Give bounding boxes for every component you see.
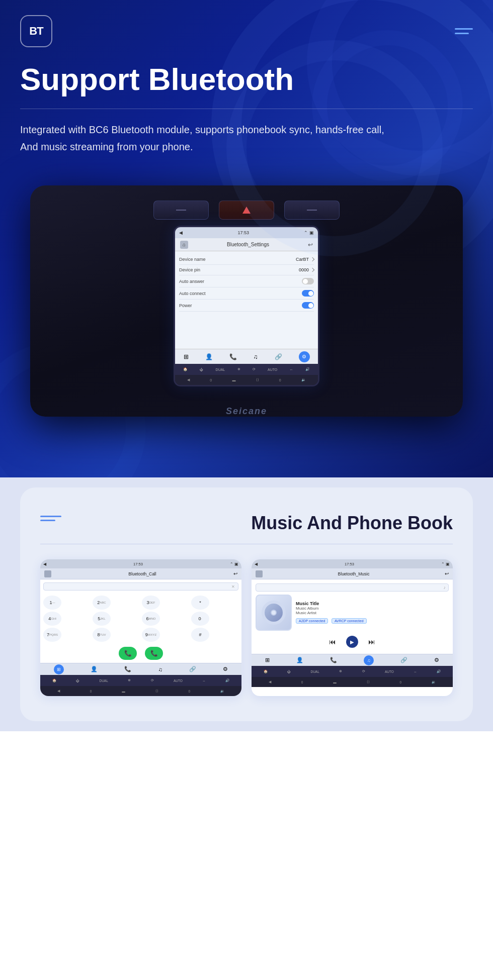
ac-sync[interactable]: ↔ [290,368,293,371]
ac-vol[interactable]: 🔊 [305,367,310,371]
nav-person-icon[interactable]: 👤 [205,353,213,360]
nav-phone-icon[interactable]: 📞 [229,353,237,360]
key-8[interactable]: 8TUV [93,628,111,642]
device-name-val[interactable]: CarBT [296,257,314,262]
key-hash[interactable]: # [191,628,209,642]
next-button[interactable]: ⏭ [368,638,375,646]
key-7[interactable]: 7PQRS [43,628,61,642]
music-nav-settings[interactable]: ⚙ [434,657,439,663]
music-nav-person[interactable]: 👤 [296,657,303,663]
c-back[interactable]: ◀ [57,689,60,693]
key-6[interactable]: 6MNO [142,612,160,626]
call-nav-phone[interactable]: 📞 [124,666,131,672]
power-label: Power [179,303,192,308]
m-home[interactable]: 🏠 [264,669,268,673]
c-slider[interactable]: ▬ [122,690,125,693]
music-search-bar[interactable]: ♪ [256,583,449,592]
music-title: Music Title [296,601,449,606]
nav-link-icon[interactable]: 🔗 [275,353,282,360]
play-button[interactable]: ▶ [346,636,358,648]
call-nav-settings[interactable]: ⚙ [223,666,228,672]
nav-back[interactable]: ↩ [308,241,313,248]
m-back[interactable]: ◀ [269,680,271,684]
dash-icon [176,210,186,211]
auto-connect-toggle[interactable] [302,290,314,297]
section-menu-icon[interactable] [40,516,61,521]
music-nav-link[interactable]: 🔗 [400,657,407,663]
music-back-icon[interactable]: ↩ [445,571,449,576]
ac-back[interactable]: ◀ [187,378,190,382]
bt-logo: BT [20,15,52,47]
c-vol2[interactable]: 🔉 [220,689,224,693]
ac-mode[interactable]: ⟳ [253,367,256,371]
power-toggle[interactable] [302,302,314,309]
call-home-icon[interactable] [44,570,51,577]
call-nav-grid-active[interactable]: ⊞ [54,664,64,674]
music-nav-phone[interactable]: 📞 [330,657,337,663]
music-time: 17:53 [345,562,354,566]
auto-answer-toggle[interactable] [302,278,314,284]
music-info: Music Title Music Album Music Artist A2D… [296,601,449,624]
nav-grid-icon[interactable]: ⊞ [184,353,189,360]
c-sync[interactable]: ↔ [202,679,206,682]
hamburger-line-2 [40,520,55,521]
key-5[interactable]: 5JKL [93,612,111,626]
device-pin-val[interactable]: 0000 [299,267,314,272]
music-home-icon[interactable] [256,570,263,577]
prev-button[interactable]: ⏮ [329,638,336,646]
c-home[interactable]: 🏠 [52,678,56,682]
second-section: Music And Phone Book ◀ 17:53 ⌃ ▣ Bluetoo… [20,487,473,721]
call-back-icon[interactable]: ↩ [233,571,237,576]
key-9[interactable]: 9WXYZ [142,628,160,642]
c-mode[interactable]: ⟳ [151,678,154,682]
c-fan2[interactable]: ⟨⟩ [155,689,158,693]
ac-slider[interactable]: ▬ [232,378,235,382]
ac-vol-ctrl[interactable]: 🔉 [301,378,306,382]
ac-home[interactable]: 🏠 [183,367,188,371]
avrcp-badge: AVRCP connected [332,618,367,624]
dash-btn-right [284,201,340,220]
section-divider [40,544,453,544]
power-row: Power [179,300,314,312]
home-icon[interactable]: ⌂ [180,241,188,249]
m-mode[interactable]: ⟳ [362,669,365,673]
c-fan[interactable]: ❄ [128,678,131,682]
ac-fan-ctrl[interactable]: ⟨⟩ [256,378,259,382]
call-input[interactable]: ✕ [43,582,238,591]
m-vol2[interactable]: 🔉 [432,680,436,684]
time-display: 17:53 [237,230,249,235]
music-nav-grid[interactable]: ⊞ [265,657,270,663]
nav-music-icon[interactable]: ♫ [254,353,258,360]
music-nav-music-active[interactable]: ♫ [364,655,374,665]
m-fan2[interactable]: ⟨⟩ [367,680,370,684]
music-nav: Bluetooth_Music ↩ [252,568,453,579]
c-pwr[interactable]: ⏻ [76,679,79,682]
key-4[interactable]: 4GHI [43,612,61,626]
recall-button[interactable]: 📞 [145,647,163,660]
m-pwr[interactable]: ⏻ [287,670,291,673]
ac-fan[interactable]: ❄ [237,367,240,371]
key-1[interactable]: 1— [43,596,61,610]
nav-settings-active[interactable]: ⚙ [299,351,310,362]
call-nav-link[interactable]: 🔗 [189,666,196,672]
m-sync[interactable]: ↔ [414,670,417,673]
m-fan[interactable]: ❄ [339,669,342,673]
key-0[interactable]: 0- [191,612,209,626]
key-2[interactable]: 2ABC [93,596,111,610]
key-star[interactable]: * [191,596,209,610]
m-slider[interactable]: ▬ [333,680,337,684]
car-container: ◀ 17:53 ⌃ ▣ ⌂ Bluetooth_Settings ↩ Devic… [20,175,473,427]
auto-connect-label: Auto connect [179,291,206,296]
call-nav-person[interactable]: 👤 [91,666,98,672]
album-art [256,595,292,631]
ac-power[interactable]: ⏻ [200,368,203,371]
call-nav-music[interactable]: ♫ [158,666,162,672]
m-vol[interactable]: 🔊 [437,669,441,673]
call-nav: Bluetooth_Call ↩ [40,568,241,579]
key-3[interactable]: 3DEF [142,596,160,610]
answer-button[interactable]: 📞 [119,647,137,660]
c-vol[interactable]: 🔊 [225,678,229,682]
call-clear-icon[interactable]: ✕ [231,584,235,589]
music-player: Music Title Music Album Music Artist A2D… [256,595,449,631]
menu-button[interactable] [455,28,473,34]
